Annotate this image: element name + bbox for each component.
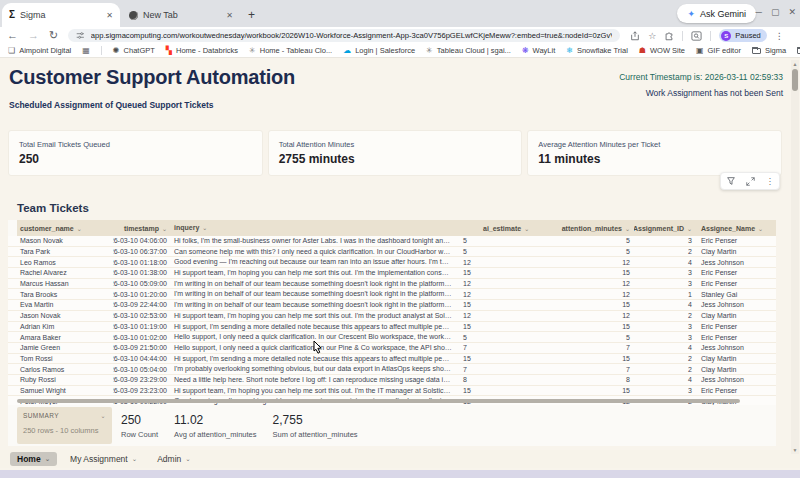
cell-Assignment_ID: 4: [634, 257, 696, 267]
table-row[interactable]: Ruby Rossi2026-03-09 23:29:00Need a litt…: [8, 375, 776, 386]
bookmark-item[interactable]: Sigma: [752, 46, 786, 55]
table-row[interactable]: Mason Novak2026-03-10 04:06:00Hi folks, …: [8, 236, 776, 247]
maximize-button[interactable]: ▢: [771, 7, 780, 17]
kpi-label: Total Attention Minutes: [279, 140, 512, 149]
bookmark-item[interactable]: ☗WOW Site: [639, 46, 685, 55]
sort-chevron-icon[interactable]: ⌄: [625, 225, 630, 232]
column-header-ai_estimate[interactable]: ai_estimate⌄: [460, 220, 556, 236]
summary-panel[interactable]: SUMMARY ⌄ 250 rows - 10 columns: [17, 407, 112, 444]
bookmark-item[interactable]: ❏Aimpoint Digital: [8, 46, 71, 55]
table-row[interactable]: Marcus Hassan2026-03-10 05:09:00I'm writ…: [8, 279, 776, 290]
extensions-icon[interactable]: [664, 31, 674, 41]
cell-Assignee_Name: Eric Penser: [696, 268, 776, 278]
scroll-down-icon[interactable]: ▼: [791, 447, 799, 453]
bookmark-item[interactable]: ✳Home - Tableau Clo...: [249, 46, 332, 55]
bookmark-label: ChatGPT: [124, 46, 155, 55]
browser-tab-newtab[interactable]: New Tab ✕: [122, 3, 240, 27]
column-header-timestamp[interactable]: timestamp⌄: [113, 220, 170, 236]
cell-timestamp: 2026-03-10 06:37:00: [113, 247, 170, 257]
table-row[interactable]: Jason Novak2026-03-10 02:53:00Hi support…: [8, 311, 776, 322]
scroll-up-icon[interactable]: ▲: [791, 61, 799, 67]
back-button[interactable]: ←: [7, 30, 18, 41]
tab-close-icon[interactable]: ✕: [226, 11, 233, 20]
cell-inquery: Need a little help here. Short note befo…: [170, 375, 460, 385]
minimize-button[interactable]: ─: [756, 7, 762, 17]
filter-icon[interactable]: [726, 176, 736, 186]
bookmark-item[interactable]: ❄Snowflake Trial: [566, 46, 628, 55]
new-tab-button[interactable]: +: [248, 8, 255, 22]
bookmark-label: Tableau Cloud | sgai...: [437, 46, 511, 55]
scrollbar-thumb[interactable]: [792, 69, 798, 91]
table-row[interactable]: Carlos Ramos2026-03-10 05:04:00I'm proba…: [8, 364, 776, 375]
cell-ai_estimate: 7: [460, 364, 556, 374]
cell-inquery: I'm probably overlooking something obvio…: [170, 364, 460, 374]
cell-ai_estimate: 8: [460, 375, 556, 385]
forward-button[interactable]: →: [28, 30, 39, 41]
workbook-tab-admin[interactable]: Admin⌄: [150, 452, 198, 466]
column-header-attention_minutes[interactable]: attention_minutes⌄: [556, 220, 634, 236]
cell-attention_minutes: 15: [556, 300, 634, 310]
bookmark-item[interactable]: ☁Login | Salesforce: [343, 46, 415, 55]
browser-menu-icon[interactable]: ⋮: [775, 31, 784, 41]
bookmark-star-icon[interactable]: ☆: [648, 31, 656, 41]
table-row[interactable]: Adrian Kim2026-03-10 01:19:00Hi support,…: [8, 322, 776, 333]
ask-gemini-button[interactable]: ✦ Ask Gemini: [677, 4, 756, 23]
kpi-value: 250: [19, 152, 252, 166]
element-menu-icon[interactable]: ⋮: [766, 177, 774, 186]
sort-chevron-icon[interactable]: ⌄: [687, 225, 692, 232]
side-search-icon[interactable]: [691, 31, 702, 41]
table-row[interactable]: Amara Baker2026-03-10 01:02:00Hello supp…: [8, 332, 776, 343]
bookmark-item[interactable]: ❋WayLit: [522, 46, 555, 55]
row-gutter: [8, 343, 17, 353]
close-button[interactable]: ✕: [788, 7, 796, 17]
workbook-tab-label: My Assignment: [70, 454, 128, 464]
bookmark-item[interactable]: ✺ChatGPT: [113, 46, 155, 55]
table-row[interactable]: Leo Ramos2026-03-10 01:18:00Good evening…: [8, 257, 776, 268]
sort-chevron-icon[interactable]: ⌄: [202, 220, 207, 236]
bookmarks-bar-items: ❏Aimpoint Digital▦✺ChatGPT▚Home - Databr…: [8, 46, 786, 55]
browser-tab-sigma[interactable]: Σ Sigma ✕: [2, 3, 120, 27]
cell-Assignee_Name: Jess Johnson: [696, 300, 776, 310]
bookmark-item[interactable]: ✳Tableau Cloud | sgai...: [426, 46, 511, 55]
page-vertical-scrollbar[interactable]: ▲ ▼: [791, 60, 799, 454]
cell-inquery: Hi support, I'm sending a more detailed …: [170, 354, 460, 364]
table-horizontal-scrollbar[interactable]: [17, 399, 740, 403]
stat-label: Sum of attention_minutes: [273, 430, 358, 439]
table-row[interactable]: Rachel Alvarez2026-03-10 01:38:00Hi supp…: [8, 268, 776, 279]
bookmark-item[interactable]: ▣GIF editor: [696, 46, 741, 55]
profile-paused-chip[interactable]: S Paused: [719, 29, 766, 42]
workbook-tab-home[interactable]: Home⌄: [10, 452, 57, 466]
sort-chevron-icon[interactable]: ⌄: [77, 225, 82, 232]
table-row[interactable]: Jamie Green2026-03-09 21:50:00Hello supp…: [8, 343, 776, 354]
column-header-Assignee_Name[interactable]: Assignee_Name⌄: [696, 220, 776, 236]
workbook-tab-my-assignment[interactable]: My Assignment⌄: [63, 452, 144, 466]
sort-chevron-icon[interactable]: ⌄: [524, 225, 529, 232]
bookmark-item[interactable]: ▦: [82, 47, 90, 55]
chevron-down-icon[interactable]: ⌄: [101, 412, 106, 419]
cell-attention_minutes: 12: [556, 257, 634, 267]
reload-button[interactable]: ↻: [49, 30, 58, 41]
column-header-Assignment_ID[interactable]: Assignment_ID⌄: [634, 220, 696, 236]
address-bar[interactable]: app.sigmacomputing.com/workoutwednesday/…: [68, 29, 620, 42]
bookmark-item[interactable]: ▚Home - Databricks: [166, 46, 238, 55]
cell-Assignee_Name: Clay Martin: [696, 364, 776, 374]
sort-chevron-icon[interactable]: ⌄: [162, 225, 167, 232]
tab-close-icon[interactable]: ✕: [106, 11, 113, 20]
expand-icon[interactable]: [746, 177, 755, 186]
workbook-page-tabs: Home⌄My Assignment⌄Admin⌄: [0, 450, 800, 468]
tab-title: New Tab: [143, 10, 221, 20]
share-icon[interactable]: [630, 31, 640, 41]
cell-inquery: I'm writing in on behalf of our team bec…: [170, 279, 460, 289]
chevron-down-icon[interactable]: ⌄: [185, 455, 190, 463]
table-row[interactable]: Tara Park2026-03-10 06:37:00Can someone …: [8, 247, 776, 258]
sort-chevron-icon[interactable]: ⌄: [758, 225, 763, 232]
table-row[interactable]: Samuel Wright2026-03-09 23:23:00Hi suppo…: [8, 386, 776, 397]
column-header-inquery[interactable]: inquery⌄: [170, 220, 460, 236]
column-header-customer_name[interactable]: customer_name⌄: [17, 220, 113, 236]
table-row[interactable]: Tom Rossi2026-03-10 04:44:00Hi support, …: [8, 354, 776, 365]
table-row[interactable]: Eva Martin2026-03-09 22:44:00I'm writing…: [8, 300, 776, 311]
table-row[interactable]: Tara Brooks2026-03-10 01:20:00I'm writin…: [8, 289, 776, 300]
chevron-down-icon[interactable]: ⌄: [132, 455, 137, 463]
bookmark-label: Snowflake Trial: [577, 46, 628, 55]
chevron-down-icon[interactable]: ⌄: [45, 455, 50, 463]
